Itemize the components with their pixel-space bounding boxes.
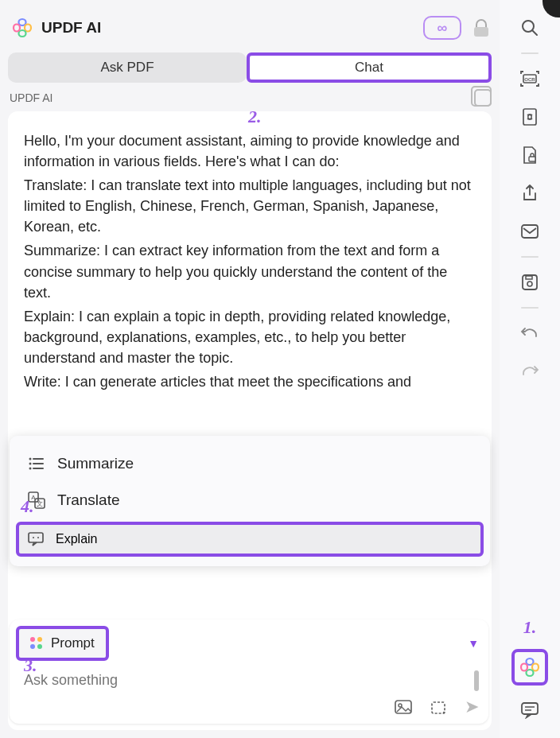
ai-panel: UPDF AI ∞ Ask PDF Chat 2. UPDF AI Hello,… [0, 0, 500, 738]
svg-text:文: 文 [37, 500, 43, 507]
chat-input[interactable] [16, 669, 474, 692]
save-icon[interactable] [516, 269, 543, 296]
msg-translate: Translate: I can translate text into mul… [24, 175, 476, 237]
comment-icon[interactable] [516, 697, 543, 724]
ai-sender-label: UPDF AI [10, 91, 52, 104]
msg-explain: Explain: I can explain a topic in depth,… [24, 306, 476, 368]
toolbar-separator [521, 256, 539, 258]
popup-item-translate[interactable]: A文 Translate [10, 482, 490, 519]
lock-icon[interactable] [474, 19, 488, 37]
header-right: ∞ [423, 16, 488, 40]
msg-write: Write: I can generate articles that meet… [24, 371, 476, 392]
updf-ai-button[interactable] [511, 649, 548, 686]
undo-icon[interactable] [516, 320, 543, 347]
popup-label: Explain [56, 532, 97, 546]
copy-icon[interactable] [474, 89, 492, 107]
svg-point-16 [443, 712, 445, 713]
tab-chat[interactable]: Chat [250, 56, 488, 80]
chat-input-card: Prompt ▼ ➤ [10, 620, 488, 724]
updf-logo-icon [11, 17, 33, 39]
input-scrollbar[interactable] [474, 670, 479, 691]
prompt-popup: Summarize A文 Translate Explain [10, 436, 490, 566]
svg-text:OCR: OCR [524, 77, 535, 82]
step-callout-4: 4. [21, 496, 34, 517]
prompt-dots-icon [30, 637, 43, 650]
redo-icon[interactable] [516, 358, 543, 385]
right-toolbar: OCR 1. [500, 0, 560, 738]
crop-icon[interactable] [430, 700, 447, 714]
svg-rect-27 [522, 703, 538, 714]
svg-line-18 [532, 30, 537, 35]
search-icon[interactable] [516, 14, 543, 41]
unlimited-button[interactable]: ∞ [423, 16, 461, 40]
svg-rect-15 [432, 702, 445, 713]
svg-rect-21 [523, 109, 536, 125]
tab-ask-pdf[interactable]: Ask PDF [8, 52, 247, 83]
app-title: UPDF AI [41, 19, 101, 37]
popup-label: Translate [57, 491, 120, 509]
svg-point-25 [527, 282, 532, 286]
step-callout-3: 3. [24, 655, 37, 676]
step-callout-2: 2. [248, 107, 262, 127]
share-icon[interactable] [516, 180, 543, 207]
list-icon [27, 456, 46, 471]
ocr-icon[interactable]: OCR [516, 65, 543, 92]
svg-point-11 [33, 537, 34, 538]
chevron-down-icon[interactable]: ▼ [468, 637, 479, 650]
mode-tabs: Ask PDF Chat [8, 52, 492, 83]
logo-wrap: UPDF AI [11, 17, 101, 39]
svg-rect-23 [522, 225, 538, 238]
popup-item-explain[interactable]: Explain [16, 522, 484, 557]
svg-rect-10 [29, 533, 43, 542]
msg-summarize: Summarize: I can extract key information… [24, 240, 476, 302]
popup-item-summarize[interactable]: Summarize [10, 445, 490, 482]
svg-rect-26 [526, 276, 532, 279]
svg-point-14 [399, 704, 402, 707]
explain-icon [27, 531, 45, 547]
document-lock-icon[interactable] [516, 142, 543, 169]
toolbar-separator [521, 52, 539, 54]
corner-tab [542, 0, 560, 17]
svg-rect-22 [529, 157, 535, 161]
svg-rect-24 [523, 275, 537, 289]
msg-intro: Hello, I'm your document assistant, aimi… [24, 130, 476, 172]
toolbar-separator [521, 307, 539, 309]
popup-label: Summarize [57, 455, 134, 472]
attach-image-icon[interactable] [395, 700, 412, 714]
envelope-icon[interactable] [516, 218, 543, 245]
send-button[interactable]: ➤ [465, 697, 479, 717]
prompt-label: Prompt [51, 635, 95, 651]
panel-header: UPDF AI ∞ [8, 8, 492, 48]
convert-icon[interactable] [516, 103, 543, 130]
svg-point-12 [37, 537, 39, 538]
step-callout-1: 1. [523, 617, 537, 638]
